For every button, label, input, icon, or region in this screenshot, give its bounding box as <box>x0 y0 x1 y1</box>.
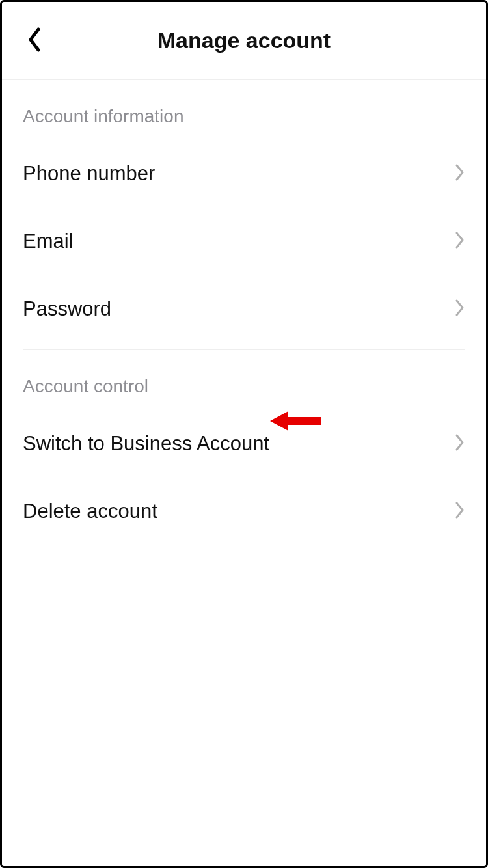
chevron-right-icon <box>455 299 465 319</box>
back-icon <box>27 27 42 55</box>
row-label-email: Email <box>23 230 74 253</box>
row-label-password: Password <box>23 297 111 321</box>
back-button[interactable] <box>20 27 49 55</box>
chevron-right-icon <box>455 501 465 522</box>
row-label-delete: Delete account <box>23 500 157 523</box>
section-header-account-control: Account control <box>23 350 465 410</box>
chevron-right-icon <box>455 163 465 184</box>
row-delete-account[interactable]: Delete account <box>23 478 465 545</box>
page-header: Manage account <box>2 2 486 80</box>
section-account-information: Account information Phone number Email P… <box>2 80 486 343</box>
page-title: Manage account <box>157 28 331 53</box>
chevron-right-icon <box>455 433 465 454</box>
row-password[interactable]: Password <box>23 275 465 343</box>
section-header-account-info: Account information <box>23 80 465 140</box>
section-account-control: Account control Switch to Business Accou… <box>2 350 486 545</box>
row-phone-number[interactable]: Phone number <box>23 140 465 208</box>
row-email[interactable]: Email <box>23 208 465 275</box>
row-label-phone: Phone number <box>23 162 155 185</box>
chevron-right-icon <box>455 231 465 252</box>
row-label-switch-business: Switch to Business Account <box>23 432 269 455</box>
row-switch-business-account[interactable]: Switch to Business Account <box>23 410 465 478</box>
